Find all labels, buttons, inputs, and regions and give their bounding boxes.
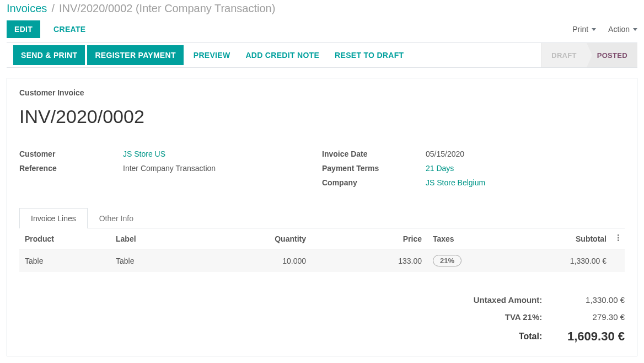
tab-other-info[interactable]: Other Info [88,208,145,228]
status-posted[interactable]: POSTED [587,43,637,67]
col-taxes[interactable]: Taxes [427,228,521,249]
untaxed-label: Untaxed Amount: [470,295,542,305]
action-bar-left: SEND & PRINT REGISTER PAYMENT PREVIEW AD… [7,43,418,67]
customer-value[interactable]: JS Store US [123,150,165,158]
totals-block: Untaxed Amount: 1,330.00 € TVA 21%: 279.… [19,295,625,344]
header-right: Print Action [572,25,637,34]
breadcrumb-root[interactable]: Invoices [7,2,47,15]
company-value[interactable]: JS Store Belgium [426,178,485,187]
tax-badge: 21% [433,255,461,266]
tva-label: TVA 21%: [470,312,542,322]
field-reference: Reference Inter Company Transaction [19,164,322,173]
cell-subtotal: 1,330.00 € [521,249,612,273]
register-payment-button[interactable]: REGISTER PAYMENT [87,45,183,65]
action-bar: SEND & PRINT REGISTER PAYMENT PREVIEW AD… [7,42,637,68]
field-company: Company JS Store Belgium [322,178,625,187]
tab-invoice-lines[interactable]: Invoice Lines [19,208,88,228]
invoice-date-label: Invoice Date [322,150,426,158]
cell-label: Table [110,249,240,273]
invoice-title: INV/2020/0002 [19,106,625,127]
col-subtotal[interactable]: Subtotal [521,228,612,249]
field-invoice-date: Invoice Date 05/15/2020 [322,150,625,158]
caret-down-icon [633,28,637,31]
card-type-label: Customer Invoice [19,88,625,97]
col-menu[interactable] [612,228,625,249]
customer-label: Customer [19,150,123,158]
col-quantity[interactable]: Quantity [240,228,312,249]
print-dropdown[interactable]: Print [572,25,596,34]
cell-product: Table [19,249,110,273]
totals-grid: Untaxed Amount: 1,330.00 € TVA 21%: 279.… [470,295,625,344]
cell-quantity: 10.000 [240,249,312,273]
total-label: Total: [470,332,542,341]
form-col-left: Customer JS Store US Reference Inter Com… [19,150,322,193]
preview-button[interactable]: PREVIEW [186,45,238,65]
col-price[interactable]: Price [312,228,427,249]
status-steps: DRAFT POSTED [541,43,637,67]
status-draft[interactable]: DRAFT [541,43,587,67]
tabs: Invoice Lines Other Info [19,208,625,228]
table-row[interactable]: Table Table 10.000 133.00 21% 1,330.00 € [19,249,625,273]
total-value: 1,609.30 € [564,329,625,344]
add-credit-note-button[interactable]: ADD CREDIT NOTE [238,45,327,65]
reference-value: Inter Company Transaction [123,164,216,173]
tva-value: 279.30 € [564,312,625,322]
invoice-card: Customer Invoice INV/2020/0002 Customer … [7,78,637,356]
invoice-date-value: 05/15/2020 [426,150,464,158]
cell-menu [612,249,625,273]
breadcrumb-tail: INV/2020/0002 (Inter Company Transaction… [59,2,275,15]
breadcrumb: Invoices / INV/2020/0002 (Inter Company … [7,2,637,15]
header-left: EDIT CREATE [7,20,93,38]
reference-label: Reference [19,164,123,173]
action-dropdown[interactable]: Action [608,25,637,34]
field-customer: Customer JS Store US [19,150,322,158]
col-label[interactable]: Label [110,228,240,249]
header-row: EDIT CREATE Print Action [7,20,637,38]
edit-button[interactable]: EDIT [7,20,40,38]
field-payment-terms: Payment Terms 21 Days [322,164,625,173]
print-label: Print [572,25,588,34]
caret-down-icon [592,28,596,31]
payment-terms-label: Payment Terms [322,164,426,173]
reset-to-draft-button[interactable]: RESET TO DRAFT [327,45,411,65]
cell-taxes: 21% [427,249,521,273]
form-columns: Customer JS Store US Reference Inter Com… [19,150,625,193]
send-print-button[interactable]: SEND & PRINT [13,45,85,65]
breadcrumb-slash: / [51,2,55,15]
form-col-right: Invoice Date 05/15/2020 Payment Terms 21… [322,150,625,193]
company-label: Company [322,178,426,187]
create-button[interactable]: CREATE [46,20,93,38]
lines-table: Product Label Quantity Price Taxes Subto… [19,228,625,272]
col-product[interactable]: Product [19,228,110,249]
vertical-dots-icon [618,234,619,242]
payment-terms-value[interactable]: 21 Days [426,164,454,173]
cell-price: 133.00 [312,249,427,273]
table-header-row: Product Label Quantity Price Taxes Subto… [19,228,625,249]
untaxed-value: 1,330.00 € [564,295,625,305]
action-label: Action [608,25,630,34]
